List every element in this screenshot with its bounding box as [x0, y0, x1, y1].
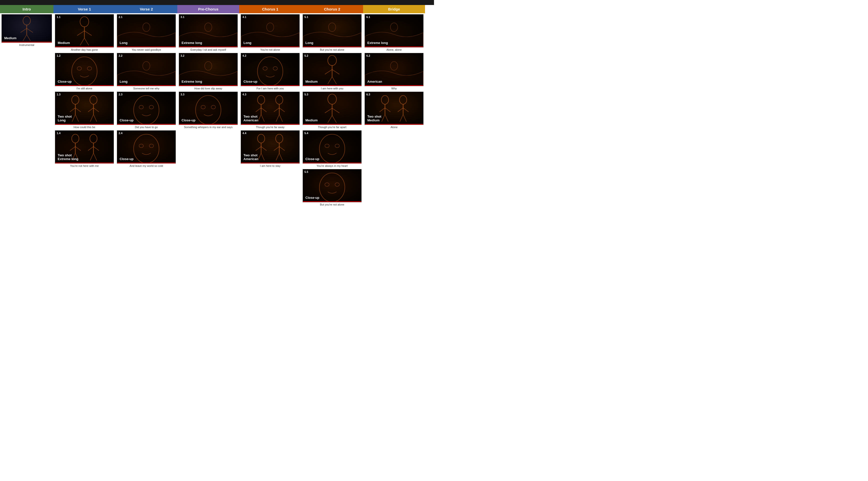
frame-label: Close-up — [304, 156, 360, 162]
frame-image-2.1[interactable]: 2.1Long — [117, 14, 176, 48]
frame-number: 5.5 — [304, 170, 308, 173]
svg-line-89 — [325, 108, 332, 113]
frame-caption: I'm still alone — [76, 87, 93, 90]
frame-label: Medium — [3, 35, 51, 41]
frame-block-1.3: 1.3Two shotLongHow could this be — [54, 92, 115, 129]
frame-image-6.1[interactable]: 6.1Extreme long — [365, 14, 424, 48]
svg-point-98 — [335, 183, 339, 186]
progress-bar — [303, 124, 361, 125]
section-headers: IntroVerse 1Verse 2Pre-ChorusChorus 1Cho… — [0, 5, 434, 13]
frame-image-4.4[interactable]: 4.4Two shotAmerican — [241, 130, 300, 163]
svg-line-30 — [75, 147, 81, 151]
frame-label: Two shotExtreme long — [56, 152, 113, 162]
frame-block-6.2: 6.2AmericanWhy — [364, 53, 425, 90]
frame-block-intro: MediumInstrumental — [0, 14, 53, 47]
svg-point-52 — [267, 23, 274, 31]
frame-image-3.3[interactable]: 3.3Close-up — [179, 92, 238, 125]
frame-block-5.4: 5.4Close-upYou're always in my heart — [302, 130, 363, 168]
svg-point-14 — [87, 67, 92, 70]
frame-image-5.3[interactable]: 5.3Medium — [303, 92, 362, 125]
frame-block-5.3: 5.3MediumThough you're far apart — [302, 92, 363, 129]
progress-bar — [179, 85, 238, 86]
frame-block-5.5: 5.5Close-upBut you're not alone — [302, 169, 363, 206]
progress-bar — [117, 162, 176, 163]
frame-image-2.3[interactable]: 2.3Close-up — [117, 92, 176, 125]
frame-label: Long — [118, 79, 175, 85]
svg-point-54 — [263, 67, 267, 70]
frame-label: Extreme long — [180, 40, 237, 46]
frame-block-6.3: 6.3Two shotMediumAlone — [364, 92, 425, 129]
svg-line-2 — [21, 28, 27, 32]
column-verse2: 2.1LongYou never said goodbye 2.2LongSom… — [115, 13, 177, 209]
frame-image-intro[interactable]: Medium — [1, 14, 52, 43]
frame-number: 3.1 — [181, 16, 184, 19]
svg-point-39 — [143, 23, 150, 31]
svg-line-3 — [27, 28, 33, 32]
progress-bar — [241, 47, 300, 47]
column-verse1: 1.1MediumAnother day has gone 1.2Close-u… — [54, 13, 115, 209]
frame-image-2.2[interactable]: 2.2Long — [117, 53, 176, 86]
frame-block-2.1: 2.1LongYou never said goodbye — [116, 14, 177, 52]
frame-caption: Though you're far apart — [317, 125, 347, 129]
frame-caption: You're not alone — [260, 48, 281, 52]
svg-line-77 — [279, 147, 285, 151]
svg-point-47 — [205, 23, 212, 31]
frame-image-4.3[interactable]: 4.3Two shotAmerican — [241, 92, 300, 125]
frame-label: Two shotAmerican — [242, 114, 299, 123]
frame-label: Long — [304, 40, 360, 46]
frame-image-6.2[interactable]: 6.2American — [365, 53, 424, 86]
frame-image-6.3[interactable]: 6.3Two shotMedium — [365, 92, 424, 125]
frame-image-4.1[interactable]: 4.1Long — [241, 14, 300, 48]
progress-bar — [303, 162, 361, 163]
frame-label: Close-up — [180, 117, 237, 123]
svg-point-95 — [335, 144, 339, 148]
frame-image-1.1[interactable]: 1.1Medium — [55, 14, 114, 48]
frame-caption: Something whispers in my ear and says — [184, 125, 233, 129]
svg-line-36 — [93, 147, 99, 151]
frame-image-1.3[interactable]: 1.3Two shotLong — [55, 92, 114, 125]
progress-bar — [117, 47, 176, 47]
frame-image-5.4[interactable]: 5.4Close-up — [303, 130, 362, 163]
frame-caption: Instrumental — [19, 43, 35, 47]
svg-line-9 — [84, 31, 92, 35]
frame-image-4.2[interactable]: 4.2Close-up — [241, 53, 300, 86]
svg-point-94 — [325, 144, 329, 148]
frame-image-2.4[interactable]: 2.4Close-up — [117, 130, 176, 163]
progress-bar — [303, 201, 361, 202]
frame-caption: You're always in my heart — [316, 164, 348, 168]
frame-image-3.1[interactable]: 3.1Extreme long — [179, 14, 238, 48]
progress-bar — [303, 85, 361, 86]
frame-number: 5.4 — [304, 131, 308, 134]
frame-caption: Alone, alone — [386, 48, 402, 52]
column-chorus2: 5.1LongBut you're not alone 5.2MediumI a… — [301, 13, 363, 209]
frame-label: Medium — [304, 79, 360, 85]
svg-line-59 — [261, 108, 267, 112]
svg-line-64 — [274, 108, 279, 112]
frame-caption: I am here to stay — [259, 164, 281, 168]
frame-label: Close-up — [118, 156, 175, 162]
svg-point-13 — [77, 67, 82, 70]
column-prechorus: 3.1Extreme longEveryday I sit and ask my… — [177, 13, 239, 209]
progress-bar — [117, 85, 176, 86]
frame-image-1.2[interactable]: 1.2Close-up — [55, 53, 114, 86]
frame-number: 5.1 — [304, 16, 308, 19]
svg-line-76 — [274, 147, 279, 151]
frame-image-5.2[interactable]: 5.2Medium — [303, 53, 362, 86]
frame-label: Close-up — [118, 117, 175, 123]
frame-number: 1.3 — [57, 93, 60, 96]
progress-bar — [179, 47, 238, 47]
svg-line-24 — [93, 108, 99, 112]
svg-point-55 — [273, 67, 277, 70]
frame-image-1.4[interactable]: 1.4Two shotExtreme long — [55, 130, 114, 163]
frame-number: 5.3 — [304, 93, 308, 96]
frame-image-5.5[interactable]: 5.5Close-up — [303, 169, 362, 202]
frame-image-5.1[interactable]: 5.1Long — [303, 14, 362, 48]
frame-block-4.2: 4.2Close-upFor I am here with you — [240, 53, 301, 90]
frame-caption: I am here with you — [320, 87, 344, 90]
frame-caption: Everyday I sit and ask myself — [190, 48, 226, 52]
frame-block-5.2: 5.2MediumI am here with you — [302, 53, 363, 90]
frame-caption: Why — [391, 87, 397, 90]
frame-image-3.2[interactable]: 3.2Extreme long — [179, 53, 238, 86]
svg-point-74 — [276, 134, 283, 143]
section-header-intro: Intro — [0, 5, 54, 13]
